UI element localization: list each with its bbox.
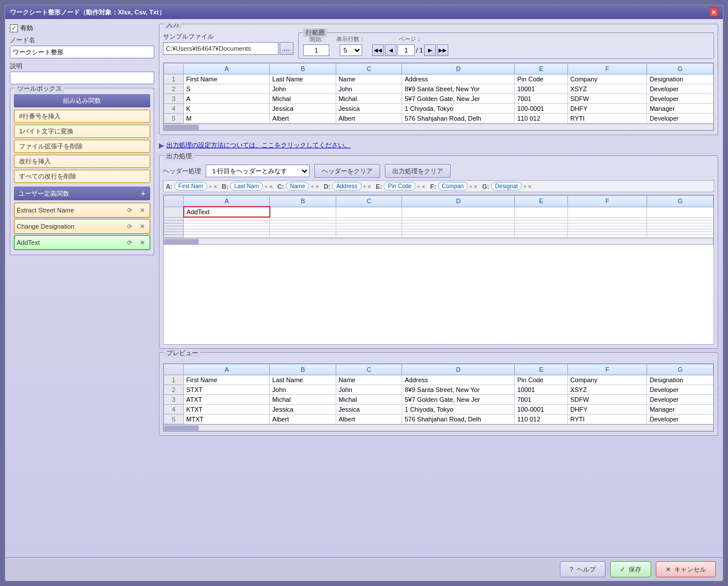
input-cell-C[interactable]: John <box>336 84 402 94</box>
input-cell-G[interactable]: Developer <box>647 94 714 104</box>
description-input[interactable] <box>10 72 154 84</box>
user-func-extract-delete[interactable]: ✕ <box>137 205 147 215</box>
input-cell-A[interactable]: S <box>184 84 270 94</box>
col-plus-icon[interactable]: + <box>523 183 526 190</box>
input-cell-B[interactable]: Jessica <box>270 104 336 114</box>
out-col-header-A[interactable]: A <box>184 196 270 207</box>
input-cell-C[interactable]: Jessica <box>336 104 402 114</box>
help-button[interactable]: ? ヘルプ <box>560 561 606 577</box>
input-cell-F[interactable]: DHFY <box>567 104 647 114</box>
out-col-header-D[interactable]: D <box>402 196 515 207</box>
col-plus-icon[interactable]: + <box>469 183 473 190</box>
add-user-func-button[interactable]: + <box>141 189 146 198</box>
input-cell-C[interactable]: Michal <box>336 94 402 104</box>
start-input[interactable] <box>303 44 329 56</box>
out-col-header-C[interactable]: C <box>336 196 402 207</box>
cancel-button[interactable]: ✕ キャンセル <box>656 561 716 577</box>
output-cell-F[interactable] <box>567 207 647 217</box>
save-button[interactable]: ✓ 保存 <box>610 561 651 577</box>
col-pill[interactable]: Name <box>286 182 310 191</box>
col-pill[interactable]: Designat <box>491 182 522 191</box>
col-pill[interactable]: Last Nam <box>230 182 263 191</box>
col-plus-icon[interactable]: + <box>363 183 366 190</box>
input-cell-A[interactable]: M <box>184 114 270 124</box>
col-header-E[interactable]: E <box>515 64 568 74</box>
input-cell-G[interactable]: Designation <box>647 74 714 84</box>
func-row-number[interactable]: #行番号を挿入 <box>14 110 150 123</box>
col-header-F[interactable]: F <box>567 64 647 74</box>
input-cell-F[interactable]: SDFW <box>567 94 647 104</box>
col-header-B[interactable]: B <box>270 64 336 74</box>
col-header-C[interactable]: C <box>336 64 402 74</box>
col-plus-icon[interactable]: + <box>209 183 212 190</box>
func-remove-newlines[interactable]: すべての改行を削除 <box>14 170 150 183</box>
col-pill[interactable]: First Nam <box>174 182 207 191</box>
prev-col-E[interactable]: E <box>515 364 568 375</box>
output-scrollbar[interactable] <box>164 238 714 245</box>
output-cell-C[interactable] <box>336 207 402 217</box>
preview-scrollbar[interactable] <box>164 424 714 431</box>
input-cell-F[interactable]: XSYZ <box>567 84 647 94</box>
col-x-icon[interactable]: × <box>474 183 477 190</box>
output-cell-E[interactable] <box>515 235 568 238</box>
nav-next[interactable]: ▶ <box>424 44 436 56</box>
col-plus-icon[interactable]: + <box>310 183 314 190</box>
col-pill[interactable]: Compan <box>438 182 468 191</box>
input-cell-E[interactable]: 100-0001 <box>515 104 568 114</box>
output-cell-D[interactable] <box>402 235 515 238</box>
input-cell-G[interactable]: Developer <box>647 84 714 94</box>
input-cell-B[interactable]: Last Name <box>270 74 336 84</box>
input-cell-D[interactable]: 576 Shahjahan Road, Delh <box>402 114 515 124</box>
nav-last[interactable]: ▶▶ <box>437 44 448 56</box>
input-cell-B[interactable]: John <box>270 84 336 94</box>
input-cell-B[interactable]: Michal <box>270 94 336 104</box>
out-col-header-E[interactable]: E <box>515 196 568 207</box>
prev-col-G[interactable]: G <box>647 364 714 375</box>
output-cell-B[interactable] <box>270 235 336 238</box>
nav-prev[interactable]: ◀ <box>385 44 396 56</box>
input-scrollbar[interactable] <box>164 124 714 130</box>
col-x-icon[interactable]: × <box>213 183 217 190</box>
out-col-header-B[interactable]: B <box>270 196 336 207</box>
prev-col-A[interactable]: A <box>184 364 270 375</box>
user-func-addtext-edit[interactable]: ⟳ <box>124 237 135 248</box>
out-col-header-G[interactable]: G <box>647 196 714 207</box>
input-cell-G[interactable]: Developer <box>647 114 714 124</box>
input-cell-F[interactable]: RYTI <box>567 114 647 124</box>
input-cell-E[interactable]: Pin Code <box>515 74 568 84</box>
file-path-input[interactable] <box>163 42 278 55</box>
output-cell-A[interactable]: AddText <box>184 207 270 217</box>
col-x-icon[interactable]: × <box>367 183 371 190</box>
output-cell-G[interactable] <box>647 207 714 217</box>
col-plus-icon[interactable]: + <box>264 183 268 190</box>
col-x-icon[interactable]: × <box>315 183 319 190</box>
output-cell-D[interactable] <box>402 207 515 217</box>
col-plus-icon[interactable]: + <box>417 183 421 190</box>
node-name-input[interactable] <box>10 46 154 58</box>
input-cell-B[interactable]: Albert <box>270 114 336 124</box>
output-cell-B[interactable] <box>270 207 336 217</box>
func-remove-ext[interactable]: ファイル拡張子を削除 <box>14 140 150 153</box>
col-pill[interactable]: Address <box>332 182 362 191</box>
prev-col-B[interactable]: B <box>270 364 336 375</box>
input-cell-D[interactable]: 5¥7 Golden Gate, New Jer <box>402 94 515 104</box>
prev-col-C[interactable]: C <box>336 364 402 375</box>
out-col-header-F[interactable]: F <box>567 196 647 207</box>
clear-output-button[interactable]: 出力処理をクリア <box>385 164 451 178</box>
output-cell-A[interactable] <box>184 235 270 238</box>
col-header-D[interactable]: D <box>402 64 515 74</box>
output-cell-F[interactable] <box>567 235 647 238</box>
user-func-change-edit[interactable]: ⟳ <box>124 221 135 232</box>
input-cell-F[interactable]: Company <box>567 74 647 84</box>
input-cell-D[interactable]: 8¥9 Santa Street, New Yor <box>402 84 515 94</box>
browse-button[interactable]: … <box>280 42 294 55</box>
col-x-icon[interactable]: × <box>422 183 425 190</box>
prev-col-F[interactable]: F <box>567 364 647 375</box>
user-func-extract-edit[interactable]: ⟳ <box>124 205 135 215</box>
func-1byte[interactable]: 1バイト文字に変換 <box>14 125 150 138</box>
close-button[interactable]: ✕ <box>709 8 718 17</box>
input-cell-E[interactable]: 7001 <box>515 94 568 104</box>
display-select[interactable]: 5 10 20 <box>340 44 362 56</box>
user-func-addtext-delete[interactable]: ✕ <box>137 237 147 248</box>
input-cell-C[interactable]: Name <box>336 74 402 84</box>
